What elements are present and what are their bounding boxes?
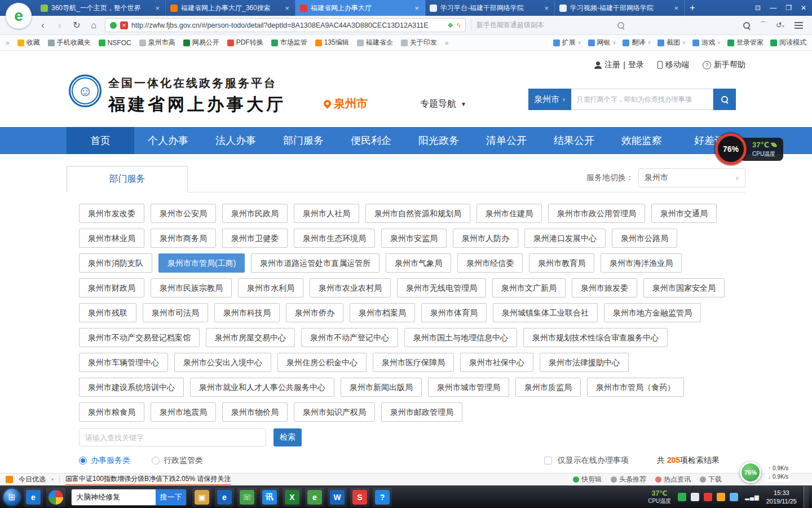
department-button[interactable]: 泉州市水利局 <box>238 278 303 297</box>
region-select[interactable]: 泉州市 ∨ <box>638 168 745 187</box>
address-bar[interactable]: ✕ http://zwfw.fjbs.gov.cn/#/person-todo/… <box>105 18 466 32</box>
undo-icon[interactable]: ↺▾ <box>776 21 784 29</box>
browser-tool-item[interactable]: 扩展∨ <box>553 38 581 47</box>
department-button[interactable]: 泉州市无线电管理局 <box>397 278 486 297</box>
browser-tab[interactable]: 360导航_一个主页，整个世界× <box>36 0 166 16</box>
new-tab-button[interactable]: + <box>685 0 700 16</box>
bookmark-item[interactable]: 关于印发 <box>401 38 437 47</box>
omnibox-search[interactable]: 新手也能首通超级副本 <box>471 19 629 32</box>
nav-item[interactable]: 法人办事 <box>202 127 270 154</box>
online-only-checkbox[interactable] <box>544 457 552 465</box>
department-button[interactable]: 泉州市体育局 <box>421 303 487 322</box>
department-button[interactable]: 泉州市文广新局 <box>492 278 566 297</box>
cpu-temp-tray-widget[interactable]: 37℃ CPU温度 <box>648 489 671 505</box>
taskbar-app-phone-assistant[interactable]: ☏ <box>237 488 257 507</box>
forward-button[interactable]: › <box>54 20 65 30</box>
plugin-icon[interactable]: ❖ <box>447 21 453 29</box>
department-button[interactable]: 泉州市司法局 <box>143 303 208 322</box>
department-button[interactable]: 泉州市社保中心 <box>460 353 533 372</box>
taskbar-search-button[interactable]: 搜一下 <box>156 489 186 505</box>
bookmark-item[interactable]: 手机收藏夹 <box>48 38 91 47</box>
department-button[interactable]: 泉州市就业和人才人事公共服务中心 <box>190 378 334 397</box>
department-button[interactable]: 泉州市规划技术性综合审查服务中心 <box>523 328 668 347</box>
department-button[interactable]: 泉州市不动产登记中心 <box>301 328 398 347</box>
bookmarks-overflow-icon[interactable]: » <box>445 39 449 47</box>
nav-item[interactable]: 阳光政务 <box>405 127 473 154</box>
speed-mode-icon[interactable]: ϟ <box>457 21 461 29</box>
department-button[interactable]: 泉州市建设系统培训中心 <box>79 378 184 397</box>
department-button[interactable]: 泉州市住建局 <box>476 204 542 223</box>
department-button[interactable]: 泉州市林业局 <box>79 229 144 248</box>
department-button[interactable]: 泉州市气象局 <box>386 253 451 273</box>
department-button[interactable]: 泉州市粮食局 <box>79 402 144 422</box>
department-button[interactable]: 泉州市邮政管理局 <box>381 402 462 422</box>
department-button[interactable]: 泉州市法律援助中心 <box>540 353 629 372</box>
department-button[interactable]: 泉州市消防支队 <box>79 253 152 273</box>
layout-icon[interactable]: ⊡ <box>755 4 761 12</box>
browser-tab[interactable]: 学习平台-福建干部网络学院× <box>425 0 555 16</box>
tab-close-icon[interactable]: × <box>413 4 420 12</box>
show-desktop-button[interactable] <box>804 486 809 508</box>
department-button[interactable]: 泉州市民族宗教局 <box>151 278 232 297</box>
department-button[interactable]: 泉州市公路局 <box>612 229 677 248</box>
nav-item[interactable]: 部门服务 <box>270 127 337 154</box>
department-button[interactable]: 泉州市国家安全局 <box>643 278 725 297</box>
department-button[interactable]: 泉州市科技局 <box>214 303 280 322</box>
mobile-link[interactable]: 移动端 <box>657 60 689 70</box>
nav-item[interactable]: 首页 <box>67 127 134 154</box>
site-search-input[interactable] <box>571 89 713 110</box>
ticker-grid-icon[interactable] <box>6 476 13 483</box>
taskbar-app-software-manager[interactable]: S <box>350 488 369 507</box>
department-button[interactable]: 泉州市海洋渔业局 <box>601 253 682 273</box>
topic-nav-dropdown[interactable]: 专题导航 ▼ <box>420 98 466 110</box>
taskbar-app-folder[interactable]: ▣ <box>192 488 211 507</box>
department-button[interactable]: 泉州市旅发委 <box>572 278 637 297</box>
nav-item[interactable]: 个人办事 <box>134 127 202 154</box>
tab-department-services[interactable]: 部门服务 <box>67 166 188 192</box>
maximize-button[interactable]: ❐ <box>785 4 792 12</box>
department-button[interactable]: 泉州市安监局 <box>381 229 447 248</box>
nav-item[interactable]: 效能监察 <box>608 127 676 154</box>
network-traffic-widget[interactable]: 76% ↑0.9K/s ↓0.9K/s <box>740 462 791 483</box>
ticker-news-link[interactable]: 国富中证100指数增强分级B净值下跌2.05% 请保持关注 <box>65 474 231 485</box>
department-button[interactable]: 泉州市商务局 <box>151 229 216 248</box>
department-button[interactable]: 泉州市人防办 <box>453 229 518 248</box>
collection-icon[interactable]: ⌒ <box>760 20 767 30</box>
department-button[interactable]: 泉州市教育局 <box>529 253 594 273</box>
tab-close-icon[interactable]: × <box>673 4 679 12</box>
department-button[interactable]: 泉州市民政局 <box>222 204 288 223</box>
department-button[interactable]: 泉州市地方金融监管局 <box>604 303 701 322</box>
bookmark-item[interactable]: 收藏 <box>17 38 40 47</box>
department-button[interactable]: 泉州市农业农村局 <box>310 278 391 297</box>
keyword-input[interactable] <box>79 428 266 446</box>
taskbar-search-widget[interactable]: 大脑神经修复 搜一下 <box>71 489 187 506</box>
register-login-link[interactable]: 注册 | 登录 <box>594 60 644 70</box>
tab-close-icon[interactable]: × <box>154 4 161 12</box>
department-button[interactable]: 泉州市知识产权局 <box>294 402 375 422</box>
memory-usage-circle[interactable]: 76% <box>740 462 761 483</box>
department-button[interactable]: 泉州市残联 <box>79 303 136 322</box>
browser-tool-item[interactable]: 翻译∨ <box>623 38 651 47</box>
department-button[interactable]: 泉州市市管局(工商) <box>158 253 245 273</box>
taskbar-app-browser-green[interactable]: e <box>305 488 324 507</box>
bookmark-item[interactable]: 泉州市高 <box>139 38 175 47</box>
home-button[interactable]: ⌂ <box>88 20 99 30</box>
department-button[interactable]: 泉州港口发展中心 <box>524 229 606 248</box>
department-button[interactable]: 泉州市档案局 <box>350 303 415 322</box>
tray-icon[interactable] <box>691 493 699 501</box>
department-button[interactable]: 泉州市市管局（食药） <box>587 378 684 397</box>
browser-tab[interactable]: 学习视频-福建干部网络学院× <box>555 0 685 16</box>
login-link[interactable]: 登录 <box>628 60 644 70</box>
radio-service-type[interactable]: 办事服务类 <box>79 456 130 466</box>
search-region-dropdown[interactable]: 泉州市 ∨ <box>528 89 571 110</box>
bookmark-item[interactable]: 市场监管 <box>271 38 307 47</box>
keyword-search-button[interactable]: 检索 <box>273 428 302 446</box>
department-button[interactable]: 泉州市医疗保障局 <box>373 353 454 372</box>
site-safety-icon[interactable] <box>110 22 117 29</box>
tray-icon[interactable] <box>730 493 738 501</box>
city-selector[interactable]: 泉州市 <box>324 96 368 111</box>
department-button[interactable]: 泉州市房屋交易中心 <box>206 328 295 347</box>
department-button[interactable]: 泉州市公安局 <box>151 204 216 223</box>
department-button[interactable]: 泉州市侨办 <box>286 303 343 322</box>
tab-close-icon[interactable]: × <box>543 4 550 12</box>
